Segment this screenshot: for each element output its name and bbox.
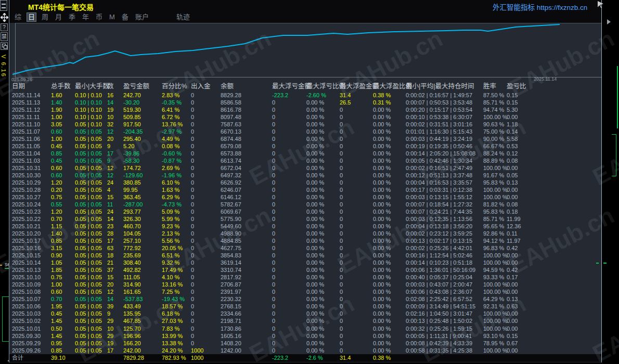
cell-mfpp: 0.38 %	[373, 92, 406, 99]
chart-scroll-arrow-icon[interactable]	[607, 19, 611, 24]
cell-lots: 0.85	[51, 150, 75, 157]
total-cell-win	[483, 354, 507, 362]
cell-pl: 99.95	[123, 186, 162, 193]
cell-lots: 1.60	[51, 92, 75, 99]
tab-7[interactable]: 币	[95, 13, 104, 21]
cell-lots: 1.45	[51, 317, 75, 324]
cell-pct: 9.23 %	[162, 223, 191, 230]
cell-pct: 13.76 %	[162, 121, 191, 128]
cell-mfpp: 0.00 %	[373, 347, 406, 354]
tab-1[interactable]: 综	[14, 13, 22, 21]
tab-5[interactable]: 季	[68, 13, 76, 21]
help-button[interactable]: ?	[1, 23, 8, 31]
cell-mfpp: 0.00 %	[373, 106, 406, 113]
cell-ratio: 0.15	[507, 99, 538, 106]
cell-pl: 492.82	[123, 266, 162, 274]
cell-minmax: 0.10 | 0.10	[75, 113, 107, 121]
cell-date: 2025.10.01	[12, 325, 51, 332]
total-cell-pl: 7829.28	[123, 354, 162, 362]
cell-bal: 6146.12	[221, 193, 272, 201]
cell-dep: 0	[191, 223, 221, 230]
tab-4[interactable]: 月	[54, 13, 63, 21]
cell-ratio: 5.58	[507, 135, 538, 142]
column-header-bal: 余额	[221, 81, 272, 92]
cell-pct: 5.09 %	[162, 208, 191, 215]
cell-times: 0:00:04 | 0:13:18 | 3:56:20	[406, 223, 483, 230]
brand-link[interactable]: 外汇智能指标 https://fxznzb.cn	[493, 2, 587, 12]
cell-count: 32	[107, 121, 123, 128]
table-row: 2025.11.141.600.10 | 0.1016242.702.83 %0…	[9, 92, 601, 99]
cell-date: 2025.11.13	[12, 99, 51, 106]
cell-date: 2025.10.20	[12, 230, 51, 237]
cell-mfl: 0	[272, 295, 306, 303]
tab-6[interactable]: 年	[81, 13, 90, 21]
tab-8[interactable]: M	[108, 13, 116, 21]
cell-count: 12	[107, 164, 123, 172]
tab-2[interactable]: 日	[27, 13, 36, 21]
cell-mfpp: 0.00 %	[373, 113, 406, 121]
cell-date: 2025.10.22	[12, 215, 51, 223]
cell-ratio: 0.08	[507, 201, 538, 208]
cell-date: 2025.11.10	[12, 121, 51, 128]
cell-times: 0:01:01 | 1:16:30 | 5:15:43	[406, 128, 483, 135]
cell-bal: 4884.85	[221, 237, 272, 244]
cell-mfp: 0	[340, 164, 373, 172]
cell-mfl: 0	[272, 230, 306, 237]
table-row: 2025.11.111.000.10 | 0.1010509.856.72 %0…	[9, 113, 601, 121]
cell-mfpp: 0.00 %	[373, 223, 406, 230]
cell-dep: 0	[191, 340, 221, 347]
cell-pl: -39.86	[123, 150, 162, 157]
cell-lots: 1.15	[51, 223, 75, 230]
cell-minmax: 0.05 | 0.05	[75, 142, 107, 150]
cell-count: 21	[107, 259, 123, 266]
cell-count: 9	[107, 310, 123, 317]
table-row: 2025.11.050.450.05 | 0.0595.200.08 %0657…	[9, 142, 601, 150]
cell-date: 2025.10.21	[12, 223, 51, 230]
cell-pl: -129.60	[123, 172, 162, 179]
cell-date: 2025.10.29	[12, 179, 51, 186]
cell-minmax: 0.05 | 0.05	[75, 281, 107, 288]
move-icon[interactable]	[1, 13, 8, 22]
cell-dep: 0	[191, 142, 221, 150]
tab-9[interactable]: 备	[121, 13, 130, 21]
cell-times: 0:00:07 | 0:50:53 | 3:53:48	[406, 99, 483, 106]
cell-count: 29	[107, 332, 123, 340]
cell-lots: 1.00	[51, 281, 75, 288]
cell-pct: 6.72 %	[162, 113, 191, 121]
tab-3[interactable]: 周	[41, 13, 49, 21]
column-header-pct: 百分比%	[162, 81, 191, 92]
cell-ratio: 0.00	[507, 193, 538, 201]
cell-mflp: 0.00 %	[306, 259, 340, 266]
cell-count: 18	[107, 252, 123, 259]
cell-mfl: 0	[272, 281, 306, 288]
cell-mfpp: 0.00 %	[373, 179, 406, 186]
tab-trajectory[interactable]: 轨迹	[175, 13, 191, 21]
cell-ratio: 0.00	[507, 310, 538, 317]
cell-mflp: 0.00 %	[306, 172, 340, 179]
cell-pl: 380.85	[123, 179, 162, 186]
cell-mfp: 31.4	[340, 92, 373, 99]
cell-dep: 0	[191, 303, 221, 310]
cell-win: 75.00 %	[483, 128, 507, 135]
cell-minmax: 0.05 | 0.05	[75, 340, 107, 347]
cell-minmax: 0.05 | 0.05	[75, 150, 107, 157]
cell-mfp: 0	[340, 179, 373, 186]
cell-minmax: 0.10 | 0.10	[75, 106, 107, 113]
tab-10[interactable]: 账户	[134, 13, 150, 21]
cell-pct: 6.29 %	[162, 193, 191, 201]
forbid-button[interactable]: 禁	[1, 32, 8, 41]
cell-times: 0:00:19 | 0:19:35 | 0:50:46	[406, 142, 483, 150]
cell-ratio: 11.97	[507, 237, 538, 244]
cell-count: 12	[107, 128, 123, 135]
cell-mfp: 0	[340, 142, 373, 150]
restore-button[interactable]	[1, 42, 8, 50]
cell-bal: 6672.04	[221, 164, 272, 172]
cell-date: 2025.11.07	[12, 128, 51, 135]
cell-pct: 6.41 %	[162, 106, 191, 113]
cell-lots: 0.50	[51, 325, 75, 332]
minimize-button[interactable]	[0, 0, 7, 11]
cell-times: 0:00:13 | 0:25:48 | 1:50:02	[406, 317, 483, 324]
cell-times: 0:00:04 | 0:16:53 | 3:35:57	[406, 179, 483, 186]
cell-win: 100.00 %	[483, 317, 507, 324]
total-cell-times	[406, 354, 483, 362]
